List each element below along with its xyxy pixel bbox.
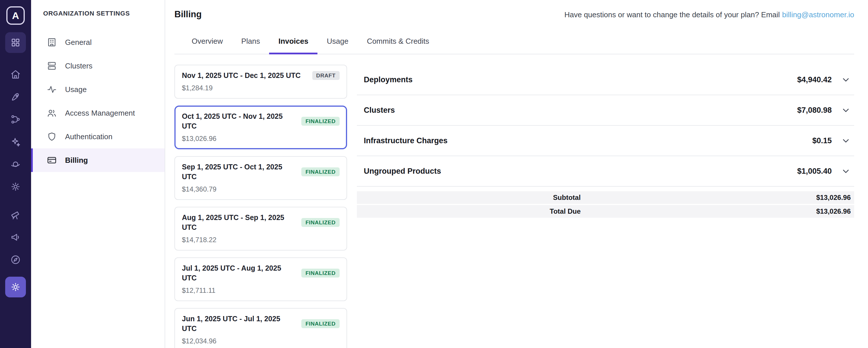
organization-icon[interactable]: [5, 32, 26, 53]
sidebar-title: ORGANIZATION SETTINGS: [31, 10, 165, 17]
charge-group-deployments[interactable]: Deployments $4,940.42: [357, 65, 854, 95]
org-settings-sidebar: ORGANIZATION SETTINGS General Clusters U…: [31, 0, 165, 348]
charge-group-label: Deployments: [364, 75, 797, 84]
subtotal-amount: $13,026.96: [581, 194, 854, 201]
invoice-card[interactable]: Nov 1, 2025 UTC - Dec 1, 2025 UTC DRAFT …: [175, 65, 347, 99]
invoice-status-badge: FINALIZED: [301, 218, 340, 227]
invoice-amount: $12,034.96: [182, 337, 340, 345]
help-text: Have questions or want to change the det…: [564, 10, 780, 19]
sparkles-icon[interactable]: [10, 136, 21, 147]
activity-icon: [46, 84, 57, 95]
compass-icon[interactable]: [10, 254, 21, 265]
total-due-label: Total Due: [357, 208, 581, 215]
sidebar-item-label: Billing: [65, 156, 88, 165]
charge-group-ungrouped[interactable]: Ungrouped Products $1,005.40: [357, 156, 854, 187]
subtotal-label: Subtotal: [357, 194, 581, 201]
invoice-period: Jul 1, 2025 UTC - Aug 1, 2025 UTC: [182, 263, 297, 283]
main-content: Billing Have questions or want to change…: [165, 0, 868, 348]
charge-group-amount: $1,005.40: [797, 167, 832, 176]
rocket-icon[interactable]: [10, 91, 21, 102]
invoice-card[interactable]: Jun 1, 2025 UTC - Jul 1, 2025 UTC FINALI…: [175, 308, 347, 348]
tab-plans[interactable]: Plans: [232, 29, 269, 54]
telescope-icon[interactable]: [10, 210, 21, 220]
settings-gear-icon-active[interactable]: [5, 277, 26, 297]
server-icon: [46, 61, 57, 71]
astronomer-logo[interactable]: A: [6, 6, 25, 25]
gear-icon[interactable]: [10, 181, 21, 192]
chevron-down-icon: [841, 105, 851, 115]
invoice-period: Oct 1, 2025 UTC - Nov 1, 2025 UTC: [182, 111, 297, 131]
invoice-status-badge: FINALIZED: [301, 268, 340, 278]
building-icon: [46, 37, 57, 48]
invoice-card[interactable]: Jul 1, 2025 UTC - Aug 1, 2025 UTC FINALI…: [175, 257, 347, 301]
billing-tabs: Overview Plans Invoices Usage Commits & …: [175, 29, 854, 54]
invoice-card[interactable]: Aug 1, 2025 UTC - Sep 1, 2025 UTC FINALI…: [175, 207, 347, 251]
invoice-amount: $1,284.19: [182, 84, 340, 92]
invoice-amount: $14,718.22: [182, 235, 340, 244]
invoice-period: Sep 1, 2025 UTC - Oct 1, 2025 UTC: [182, 162, 297, 182]
tab-commits-credits[interactable]: Commits & Credits: [358, 29, 439, 54]
sidebar-item-billing[interactable]: Billing: [31, 149, 165, 172]
charge-group-label: Ungrouped Products: [364, 167, 797, 176]
invoice-summary: Subtotal $13,026.96 Total Due $13,026.96: [357, 191, 854, 218]
total-due-amount: $13,026.96: [581, 208, 854, 215]
icon-rail: A: [0, 0, 31, 348]
branch-icon[interactable]: [10, 114, 21, 125]
invoice-period: Nov 1, 2025 UTC - Dec 1, 2025 UTC: [182, 70, 301, 80]
invoice-card[interactable]: Sep 1, 2025 UTC - Oct 1, 2025 UTC FINALI…: [175, 156, 347, 200]
invoice-status-badge: FINALIZED: [301, 167, 340, 176]
charge-group-label: Infrastructure Charges: [364, 136, 812, 145]
invoice-status-badge: FINALIZED: [301, 117, 340, 126]
invoice-list: Nov 1, 2025 UTC - Dec 1, 2025 UTC DRAFT …: [175, 65, 347, 348]
charge-group-clusters[interactable]: Clusters $7,080.98: [357, 95, 854, 126]
charge-group-amount: $0.15: [812, 136, 832, 145]
home-icon[interactable]: [10, 69, 21, 80]
sidebar-item-authentication[interactable]: Authentication: [31, 125, 165, 149]
charge-group-amount: $7,080.98: [797, 106, 832, 115]
invoice-status-badge: FINALIZED: [301, 319, 340, 328]
chevron-down-icon: [841, 75, 851, 85]
sidebar-item-access-management[interactable]: Access Management: [31, 101, 165, 125]
billing-help-text: Have questions or want to change the det…: [564, 9, 854, 19]
charge-group-amount: $4,940.42: [797, 75, 832, 84]
users-icon: [46, 108, 57, 118]
sidebar-item-label: Usage: [65, 85, 87, 94]
tab-usage[interactable]: Usage: [317, 29, 358, 54]
charge-group-infrastructure[interactable]: Infrastructure Charges $0.15: [357, 126, 854, 156]
tab-overview[interactable]: Overview: [183, 29, 232, 54]
subtotal-row: Subtotal $13,026.96: [357, 191, 854, 204]
sidebar-item-label: Clusters: [65, 62, 92, 70]
shield-icon: [46, 131, 57, 142]
total-due-row: Total Due $13,026.96: [357, 205, 854, 218]
invoice-status-badge: DRAFT: [312, 71, 340, 80]
chevron-down-icon: [841, 166, 851, 176]
megaphone-icon[interactable]: [10, 232, 21, 243]
invoice-period: Aug 1, 2025 UTC - Sep 1, 2025 UTC: [182, 213, 297, 232]
sidebar-item-label: General: [65, 38, 92, 47]
sidebar-item-general[interactable]: General: [31, 30, 165, 54]
invoice-amount: $13,026.96: [182, 134, 340, 143]
billing-email-link[interactable]: billing@astronomer.io: [782, 10, 854, 19]
chevron-down-icon: [841, 136, 851, 146]
invoice-amount: $12,711.11: [182, 286, 340, 295]
page-title: Billing: [175, 9, 202, 20]
invoice-period: Jun 1, 2025 UTC - Jul 1, 2025 UTC: [182, 314, 297, 333]
invoice-detail: Deployments $4,940.42 Clusters $7,080.98…: [357, 65, 854, 348]
sidebar-item-label: Authentication: [65, 132, 113, 141]
tab-invoices[interactable]: Invoices: [269, 29, 317, 54]
planet-icon[interactable]: [10, 159, 21, 170]
invoice-card-selected[interactable]: Oct 1, 2025 UTC - Nov 1, 2025 UTC FINALI…: [175, 105, 347, 149]
invoice-amount: $14,360.79: [182, 185, 340, 194]
credit-card-icon: [46, 155, 57, 165]
logo-letter: A: [12, 10, 19, 21]
sidebar-item-clusters[interactable]: Clusters: [31, 54, 165, 78]
sidebar-item-label: Access Management: [65, 109, 135, 118]
app-root: A ORGANIZATION SETTINGS General: [0, 0, 868, 348]
sidebar-item-usage[interactable]: Usage: [31, 78, 165, 101]
charge-group-label: Clusters: [364, 106, 797, 115]
